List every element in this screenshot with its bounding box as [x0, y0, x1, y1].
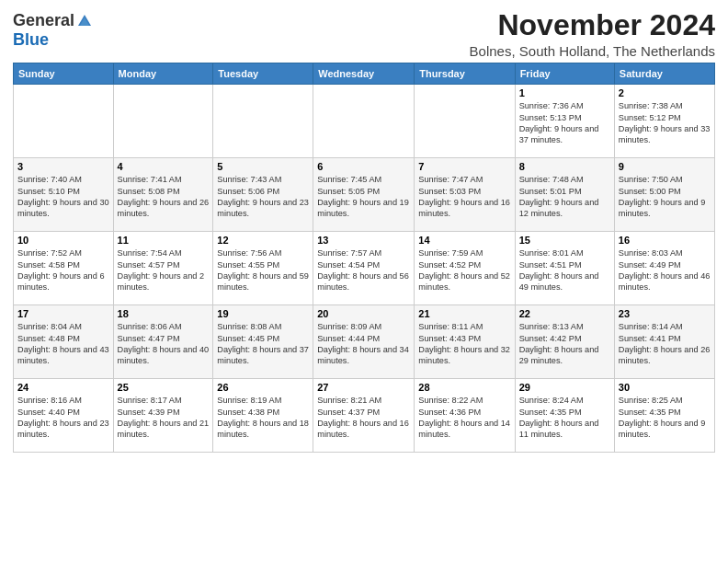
day-detail: Sunrise: 8:17 AMSunset: 4:39 PMDaylight:…	[118, 396, 210, 439]
day-number: 30	[619, 382, 711, 393]
table-row: 27Sunrise: 8:21 AMSunset: 4:37 PMDayligh…	[313, 379, 415, 453]
day-number: 25	[118, 382, 210, 393]
table-row	[14, 85, 114, 158]
day-detail: Sunrise: 8:03 AMSunset: 4:49 PMDaylight:…	[619, 248, 711, 292]
day-detail: Sunrise: 8:13 AMSunset: 4:42 PMDaylight:…	[519, 322, 599, 365]
calendar-table: Sunday Monday Tuesday Wednesday Thursday…	[13, 63, 715, 453]
table-row: 6Sunrise: 7:45 AMSunset: 5:05 PMDaylight…	[313, 158, 415, 232]
col-thursday: Thursday	[415, 63, 515, 85]
day-number: 13	[317, 235, 410, 246]
table-row: 4Sunrise: 7:41 AMSunset: 5:08 PMDaylight…	[113, 158, 213, 232]
day-detail: Sunrise: 8:16 AMSunset: 4:40 PMDaylight:…	[17, 396, 109, 439]
day-detail: Sunrise: 8:21 AMSunset: 4:37 PMDaylight:…	[317, 396, 409, 439]
day-detail: Sunrise: 7:40 AMSunset: 5:10 PMDaylight:…	[17, 175, 109, 218]
day-number: 11	[118, 235, 210, 246]
col-friday: Friday	[515, 63, 614, 85]
day-number: 22	[519, 308, 610, 319]
day-number: 2	[619, 87, 711, 98]
day-number: 26	[217, 382, 309, 393]
day-number: 28	[418, 382, 510, 393]
table-row	[313, 85, 415, 158]
day-detail: Sunrise: 7:41 AMSunset: 5:08 PMDaylight:…	[118, 175, 210, 218]
day-number: 3	[17, 161, 109, 172]
day-detail: Sunrise: 8:25 AMSunset: 4:35 PMDaylight:…	[619, 396, 706, 439]
table-row: 3Sunrise: 7:40 AMSunset: 5:10 PMDaylight…	[14, 158, 114, 232]
day-detail: Sunrise: 7:50 AMSunset: 5:00 PMDaylight:…	[619, 175, 706, 218]
day-number: 20	[317, 308, 410, 319]
location-subtitle: Bolnes, South Holland, The Netherlands	[470, 43, 715, 59]
day-number: 23	[619, 308, 711, 319]
day-detail: Sunrise: 8:09 AMSunset: 4:44 PMDaylight:…	[317, 322, 409, 365]
col-saturday: Saturday	[614, 63, 714, 85]
col-tuesday: Tuesday	[213, 63, 313, 85]
header: General Blue November 2024 Bolnes, South…	[13, 9, 715, 59]
day-number: 21	[418, 308, 510, 319]
day-detail: Sunrise: 7:54 AMSunset: 4:57 PMDaylight:…	[118, 248, 205, 292]
day-number: 19	[217, 308, 309, 319]
table-row: 30Sunrise: 8:25 AMSunset: 4:35 PMDayligh…	[614, 379, 714, 453]
calendar-week-row: 24Sunrise: 8:16 AMSunset: 4:40 PMDayligh…	[14, 379, 715, 453]
day-number: 14	[418, 235, 510, 246]
day-number: 9	[619, 161, 711, 172]
table-row: 13Sunrise: 7:57 AMSunset: 4:54 PMDayligh…	[313, 232, 415, 305]
table-row: 29Sunrise: 8:24 AMSunset: 4:35 PMDayligh…	[515, 379, 614, 453]
table-row: 11Sunrise: 7:54 AMSunset: 4:57 PMDayligh…	[113, 232, 213, 305]
day-number: 17	[17, 308, 109, 319]
day-number: 10	[17, 235, 109, 246]
day-number: 24	[17, 382, 109, 393]
table-row	[113, 85, 213, 158]
day-detail: Sunrise: 7:52 AMSunset: 4:58 PMDaylight:…	[17, 248, 105, 292]
logo-icon	[76, 13, 93, 29]
table-row: 2Sunrise: 7:38 AMSunset: 5:12 PMDaylight…	[614, 85, 714, 158]
day-number: 15	[519, 235, 610, 246]
day-detail: Sunrise: 8:04 AMSunset: 4:48 PMDaylight:…	[17, 322, 109, 365]
table-row: 10Sunrise: 7:52 AMSunset: 4:58 PMDayligh…	[14, 232, 114, 305]
day-detail: Sunrise: 7:43 AMSunset: 5:06 PMDaylight:…	[217, 175, 309, 218]
table-row	[415, 85, 515, 158]
day-detail: Sunrise: 8:24 AMSunset: 4:35 PMDaylight:…	[519, 396, 599, 439]
col-monday: Monday	[113, 63, 213, 85]
table-row: 15Sunrise: 8:01 AMSunset: 4:51 PMDayligh…	[515, 232, 614, 305]
logo-blue-text: Blue	[13, 30, 49, 50]
day-detail: Sunrise: 7:59 AMSunset: 4:52 PMDaylight:…	[418, 248, 510, 292]
table-row: 25Sunrise: 8:17 AMSunset: 4:39 PMDayligh…	[113, 379, 213, 453]
day-detail: Sunrise: 8:19 AMSunset: 4:38 PMDaylight:…	[217, 396, 309, 439]
day-detail: Sunrise: 8:22 AMSunset: 4:36 PMDaylight:…	[418, 396, 510, 439]
logo: General Blue	[13, 9, 93, 50]
day-detail: Sunrise: 8:01 AMSunset: 4:51 PMDaylight:…	[519, 248, 599, 292]
table-row: 8Sunrise: 7:48 AMSunset: 5:01 PMDaylight…	[515, 158, 614, 232]
table-row: 18Sunrise: 8:06 AMSunset: 4:47 PMDayligh…	[113, 305, 213, 379]
calendar-week-row: 17Sunrise: 8:04 AMSunset: 4:48 PMDayligh…	[14, 305, 715, 379]
day-detail: Sunrise: 8:08 AMSunset: 4:45 PMDaylight:…	[217, 322, 309, 365]
table-row: 5Sunrise: 7:43 AMSunset: 5:06 PMDaylight…	[213, 158, 313, 232]
table-row: 23Sunrise: 8:14 AMSunset: 4:41 PMDayligh…	[614, 305, 714, 379]
table-row	[213, 85, 313, 158]
day-number: 5	[217, 161, 309, 172]
day-number: 8	[519, 161, 610, 172]
day-detail: Sunrise: 7:45 AMSunset: 5:05 PMDaylight:…	[317, 175, 409, 218]
col-wednesday: Wednesday	[313, 63, 415, 85]
day-detail: Sunrise: 7:47 AMSunset: 5:03 PMDaylight:…	[418, 175, 510, 218]
table-row: 19Sunrise: 8:08 AMSunset: 4:45 PMDayligh…	[213, 305, 313, 379]
calendar-week-row: 3Sunrise: 7:40 AMSunset: 5:10 PMDaylight…	[14, 158, 715, 232]
table-row: 20Sunrise: 8:09 AMSunset: 4:44 PMDayligh…	[313, 305, 415, 379]
day-number: 1	[519, 87, 610, 98]
table-row: 16Sunrise: 8:03 AMSunset: 4:49 PMDayligh…	[614, 232, 714, 305]
table-row: 9Sunrise: 7:50 AMSunset: 5:00 PMDaylight…	[614, 158, 714, 232]
day-number: 29	[519, 382, 610, 393]
day-detail: Sunrise: 7:56 AMSunset: 4:55 PMDaylight:…	[217, 248, 309, 292]
table-row: 14Sunrise: 7:59 AMSunset: 4:52 PMDayligh…	[415, 232, 515, 305]
table-row: 17Sunrise: 8:04 AMSunset: 4:48 PMDayligh…	[14, 305, 114, 379]
day-number: 4	[118, 161, 210, 172]
page: General Blue November 2024 Bolnes, South…	[0, 0, 728, 458]
day-detail: Sunrise: 7:48 AMSunset: 5:01 PMDaylight:…	[519, 175, 599, 218]
calendar-header-row: Sunday Monday Tuesday Wednesday Thursday…	[14, 63, 715, 85]
col-sunday: Sunday	[14, 63, 114, 85]
table-row: 28Sunrise: 8:22 AMSunset: 4:36 PMDayligh…	[415, 379, 515, 453]
day-detail: Sunrise: 8:11 AMSunset: 4:43 PMDaylight:…	[418, 322, 510, 365]
day-detail: Sunrise: 8:14 AMSunset: 4:41 PMDaylight:…	[619, 322, 711, 365]
logo-general-text: General	[13, 11, 74, 30]
table-row: 22Sunrise: 8:13 AMSunset: 4:42 PMDayligh…	[515, 305, 614, 379]
day-number: 18	[118, 308, 210, 319]
table-row: 24Sunrise: 8:16 AMSunset: 4:40 PMDayligh…	[14, 379, 114, 453]
